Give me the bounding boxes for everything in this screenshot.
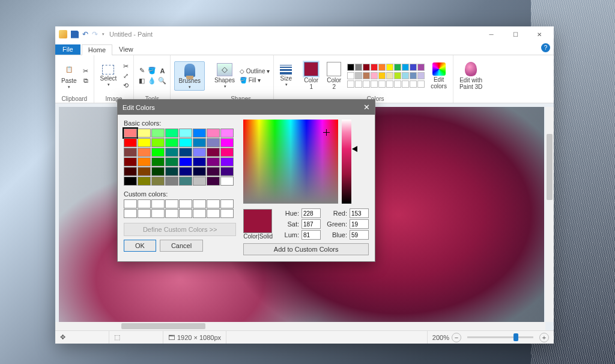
- palette-color[interactable]: [402, 64, 409, 71]
- magnifier-icon[interactable]: 🔍: [158, 77, 166, 85]
- palette-color[interactable]: [347, 80, 354, 88]
- custom-color-cell[interactable]: [124, 209, 137, 218]
- basic-color-cell[interactable]: [179, 138, 192, 147]
- basic-color-cell[interactable]: [138, 157, 151, 166]
- basic-color-cell[interactable]: [207, 138, 220, 147]
- palette-color[interactable]: [363, 80, 370, 88]
- palette-color[interactable]: [410, 72, 417, 79]
- rotate-icon[interactable]: ⟲: [121, 81, 130, 89]
- basic-color-cell[interactable]: [207, 129, 220, 138]
- basic-color-cell[interactable]: [220, 129, 234, 138]
- qat-dropdown-icon[interactable]: ▾: [102, 32, 105, 37]
- lum-input[interactable]: [301, 230, 321, 240]
- custom-color-cell[interactable]: [193, 199, 206, 208]
- basic-color-cell[interactable]: [207, 148, 220, 157]
- basic-color-cell[interactable]: [124, 157, 137, 166]
- fill-button[interactable]: 🪣 Fill ▾: [240, 77, 270, 83]
- basic-color-cell[interactable]: [124, 129, 137, 138]
- palette-color[interactable]: [410, 80, 417, 88]
- basic-color-cell[interactable]: [179, 177, 192, 186]
- basic-color-cell[interactable]: [193, 129, 206, 138]
- maximize-button[interactable]: ☐: [503, 27, 527, 41]
- redo-icon[interactable]: ↷: [92, 30, 98, 38]
- paint3d-button[interactable]: Edit with Paint 3D: [457, 61, 485, 91]
- outline-button[interactable]: ◇ Outline ▾: [240, 68, 270, 74]
- basic-color-cell[interactable]: [124, 177, 137, 186]
- palette-color[interactable]: [355, 72, 362, 79]
- shapes-button[interactable]: ◇ Shapes ▾: [212, 62, 237, 90]
- ok-button[interactable]: OK: [124, 240, 156, 252]
- basic-color-cell[interactable]: [165, 167, 178, 176]
- custom-color-cell[interactable]: [124, 199, 137, 208]
- palette-color[interactable]: [386, 80, 393, 88]
- vertical-scrollbar[interactable]: [545, 107, 554, 322]
- basic-color-cell[interactable]: [151, 177, 165, 186]
- basic-color-cell[interactable]: [207, 167, 220, 176]
- resize-icon[interactable]: ⤢: [121, 71, 130, 80]
- custom-color-cell[interactable]: [220, 199, 234, 208]
- palette-color[interactable]: [371, 64, 378, 71]
- copy-icon[interactable]: ⧉: [82, 76, 90, 85]
- basic-color-cell[interactable]: [165, 148, 178, 157]
- crop-icon[interactable]: ✂: [121, 62, 130, 70]
- tab-view[interactable]: View: [112, 44, 140, 55]
- green-input[interactable]: [350, 219, 369, 229]
- palette-color[interactable]: [386, 64, 393, 71]
- basic-color-cell[interactable]: [138, 148, 151, 157]
- basic-color-cell[interactable]: [179, 157, 192, 166]
- select-button[interactable]: Select ▾: [98, 64, 120, 88]
- basic-color-cell[interactable]: [124, 138, 137, 147]
- basic-color-cell[interactable]: [138, 138, 151, 147]
- red-input[interactable]: [350, 208, 369, 218]
- custom-color-cell[interactable]: [179, 209, 192, 218]
- tab-home[interactable]: Home: [82, 44, 112, 55]
- custom-color-cell[interactable]: [220, 209, 234, 218]
- basic-color-cell[interactable]: [193, 177, 206, 186]
- basic-color-cell[interactable]: [124, 148, 137, 157]
- basic-color-cell[interactable]: [138, 177, 151, 186]
- basic-color-cell[interactable]: [151, 138, 165, 147]
- basic-color-cell[interactable]: [220, 167, 234, 176]
- basic-color-cell[interactable]: [165, 138, 178, 147]
- palette-color[interactable]: [394, 80, 401, 88]
- fill-icon[interactable]: 🪣: [148, 67, 156, 75]
- basic-color-cell[interactable]: [220, 148, 234, 157]
- custom-color-cell[interactable]: [165, 209, 178, 218]
- hue-input[interactable]: [301, 208, 321, 218]
- text-icon[interactable]: A: [158, 67, 166, 75]
- sat-input[interactable]: [301, 219, 321, 229]
- basic-color-cell[interactable]: [220, 138, 234, 147]
- palette-color[interactable]: [371, 72, 378, 79]
- eraser-icon[interactable]: ◧: [138, 77, 146, 85]
- add-to-custom-button[interactable]: Add to Custom Colors: [243, 243, 369, 255]
- basic-color-cell[interactable]: [193, 148, 206, 157]
- color-spectrum[interactable]: [243, 120, 338, 204]
- basic-color-cell[interactable]: [151, 167, 165, 176]
- basic-color-cell[interactable]: [151, 157, 165, 166]
- custom-color-cell[interactable]: [193, 209, 206, 218]
- basic-color-cell[interactable]: [151, 148, 165, 157]
- basic-color-cell[interactable]: [220, 157, 234, 166]
- palette-color[interactable]: [355, 64, 362, 71]
- custom-color-cell[interactable]: [207, 209, 220, 218]
- cancel-button[interactable]: Cancel: [160, 240, 203, 252]
- palette-color[interactable]: [402, 80, 409, 88]
- palette-color[interactable]: [394, 64, 401, 71]
- paste-button[interactable]: 📋 Paste ▾: [59, 61, 79, 91]
- custom-color-cell[interactable]: [207, 199, 220, 208]
- minimize-button[interactable]: ─: [479, 27, 503, 41]
- basic-color-cell[interactable]: [138, 167, 151, 176]
- basic-color-cell[interactable]: [138, 129, 151, 138]
- color2-button[interactable]: Color 2: [324, 61, 344, 91]
- zoom-slider[interactable]: [467, 336, 533, 338]
- zoom-in-button[interactable]: +: [539, 333, 549, 342]
- basic-color-cell[interactable]: [124, 167, 137, 176]
- palette-color[interactable]: [347, 64, 354, 71]
- pencil-icon[interactable]: ✎: [138, 67, 146, 75]
- basic-color-cell[interactable]: [179, 167, 192, 176]
- custom-color-cell[interactable]: [151, 209, 165, 218]
- edit-colors-button[interactable]: Edit colors: [428, 61, 449, 91]
- basic-color-cell[interactable]: [179, 148, 192, 157]
- palette-color[interactable]: [347, 72, 354, 79]
- brushes-button[interactable]: Brushes ▾: [174, 61, 205, 91]
